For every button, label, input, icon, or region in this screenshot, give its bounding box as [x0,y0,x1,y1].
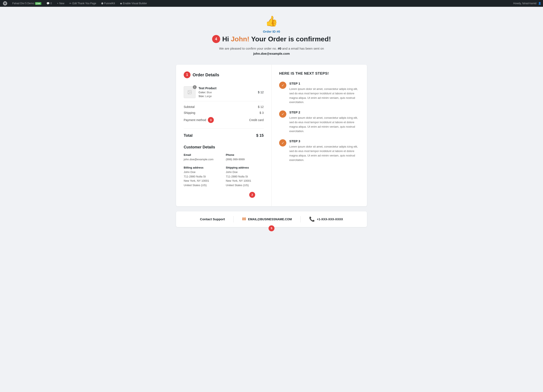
howdy-label: Howdy, fahad-hamid [513,2,537,5]
customer-details-title: Customer Details [184,145,264,150]
shipping-address-group: Shipping address John Doe711-2880 Nulla … [226,166,264,188]
payment-label-container: Payment method 3 [184,117,214,123]
cost-table: Subtotal $ 12 Shipping $ 3 Payment metho… [184,104,264,124]
confirmation-email: john.doe@example.com [4,51,539,56]
product-meta-size: Size: Large [198,94,255,98]
email-label: Email [184,153,222,157]
main-content-grid: 1 Order Details 1 Test Product Color: [176,65,367,206]
annotation-badge-3: 3 [208,117,214,123]
confirmation-header: 👍 Order ID #0 4 Hi John! Your Order is c… [4,15,539,56]
new-label: New [59,2,64,5]
admin-bar-left: W Fahad Divi 5 Demo Live 💬 0 + New ✏ Edi… [2,0,513,7]
next-steps-heading: HERE IS THE NEXT STEPS! [279,72,359,76]
new-icon: + [57,2,58,5]
step-3-check-icon: ✓ [279,139,286,146]
step-2-check-icon: ✓ [279,111,286,118]
enable-visual-label: Enable Visual Builder [123,2,147,5]
product-row: 1 Test Product Color: Blue Size: Large $… [184,83,264,101]
edit-icon: ✏ [69,2,72,5]
shipping-address-value: John Doe711-2880 Nulla StNew York, NY 10… [226,170,264,188]
comment-icon: 💬 [46,2,50,5]
funnelkit-icon: ⬟ [101,2,103,5]
admin-bar: W Fahad Divi 5 Demo Live 💬 0 + New ✏ Edi… [0,0,543,7]
order-details-title: Order Details [192,73,219,77]
shipping-label: Shipping [184,111,195,114]
confirmation-subtext: We are pleased to confirm your order no.… [4,46,539,56]
subtotal-label: Subtotal [184,105,194,109]
step-1-desc: Lorem ipsum dolor sit amet, consectetur … [289,87,359,105]
product-meta-color: Color: Blue [198,90,255,94]
footer-email-item[interactable]: ✉ EMAIL@BUSINESSNAME.COM [242,216,292,222]
product-image: 1 [184,86,196,98]
cost-separator [184,129,264,129]
title-pre: Hi [222,35,231,43]
edit-label: Edit Thank You Page [72,2,96,5]
shipping-value: $ 3 [260,111,264,114]
payment-method-label: Payment method [184,118,206,122]
step-1-content: STEP 1 Lorem ipsum dolor sit amet, conse… [289,82,359,105]
step-2-desc: Lorem ipsum dolor sit amet, consectetur … [289,116,359,133]
order-number: #0 [278,47,281,50]
shipping-address-label: Shipping address [226,166,264,169]
billing-address-group: Billing address John Doe711-2880 Nulla S… [184,166,222,188]
customer-name: John! [231,35,249,43]
site-name-link[interactable]: Fahad Divi 5 Demo Live [11,0,43,7]
page-wrapper: 👍 Order ID #0 4 Hi John! Your Order is c… [0,7,543,392]
product-price: $ 12 [258,90,264,94]
phone-label: Phone [226,153,264,157]
comment-count: 0 [51,2,52,5]
sub-text-1: We are pleased to confirm your order no. [219,47,277,50]
wp-logo-link[interactable]: W [2,0,8,7]
customer-details-grid: Email john.doe@example.com Phone (999) 9… [184,153,264,188]
phone-value: (999) 999-9999 [226,157,264,162]
title-post: Your Order is confirmed! [249,35,331,43]
product-qty-badge: 1 [193,85,197,89]
contact-support-label: Contact Support [200,217,225,221]
billing-address-label: Billing address [184,166,222,169]
step-3-content: STEP 3 Lorem ipsum dolor sit amet, conse… [289,139,359,162]
step-1-name: STEP 1 [289,82,359,85]
footer-phone-item[interactable]: 📞 +1-XXX-XXX-XXXX [309,216,343,222]
product-name: Test Product [198,86,255,90]
annotation-badge-5: 5 [269,225,274,231]
sub-text-2: and a email has been sent on [282,47,324,50]
total-value: $ 15 [256,133,264,138]
footer-divider-2 [300,216,300,222]
confirmation-title: 4 Hi John! Your Order is confirmed! [4,35,539,43]
funnelkit-label: FunnelKit [104,2,115,5]
footer-annotation-container: 5 [269,225,274,231]
step-1-check-icon: ✓ [279,82,286,89]
footer-phone-number: +1-XXX-XXX-XXXX [317,218,343,221]
svg-point-1 [189,91,189,92]
email-field-group: Email john.doe@example.com [184,153,222,162]
contact-footer: Contact Support ✉ EMAIL@BUSINESSNAME.COM… [176,211,367,227]
steps-panel: HERE IS THE NEXT STEPS! ✓ STEP 1 Lorem i… [272,65,367,206]
admin-bar-right: Howdy, fahad-hamid 👤 [513,2,541,5]
thumbs-up-icon: 👍 [4,15,539,27]
comments-link[interactable]: 💬 0 [45,0,53,7]
edit-page-link[interactable]: ✏ Edit Thank You Page [68,0,97,7]
new-link[interactable]: + New [56,0,66,7]
shipping-row: Shipping $ 3 [184,110,264,116]
avatar-icon: 👤 [538,2,541,5]
subtotal-row: Subtotal $ 12 [184,104,264,110]
funnelkit-link[interactable]: ⬟ FunnelKit [100,0,116,7]
step-3-name: STEP 3 [289,139,359,143]
order-panel: 1 Order Details 1 Test Product Color: [176,65,272,206]
order-id: Order ID #0 [4,30,539,33]
subtotal-value: $ 12 [258,105,264,109]
step-badge-4: 4 [212,35,220,43]
phone-icon: 📞 [309,216,315,222]
step-item-3: ✓ STEP 3 Lorem ipsum dolor sit amet, con… [279,139,359,162]
total-row: Total $ 15 [184,130,264,139]
live-badge: Live [35,2,41,5]
annotation-badge-2: 2 [249,192,255,198]
image-placeholder-icon [187,90,192,95]
order-details-heading: 1 Order Details [184,72,264,78]
divi-icon: ◆ [120,2,122,5]
step-2-content: STEP 2 Lorem ipsum dolor sit amet, conse… [289,111,359,133]
step-item-2: ✓ STEP 2 Lorem ipsum dolor sit amet, con… [279,111,359,133]
enable-visual-builder-link[interactable]: ◆ Enable Visual Builder [119,0,148,7]
email-value: john.doe@example.com [184,157,222,162]
step-item-1: ✓ STEP 1 Lorem ipsum dolor sit amet, con… [279,82,359,105]
